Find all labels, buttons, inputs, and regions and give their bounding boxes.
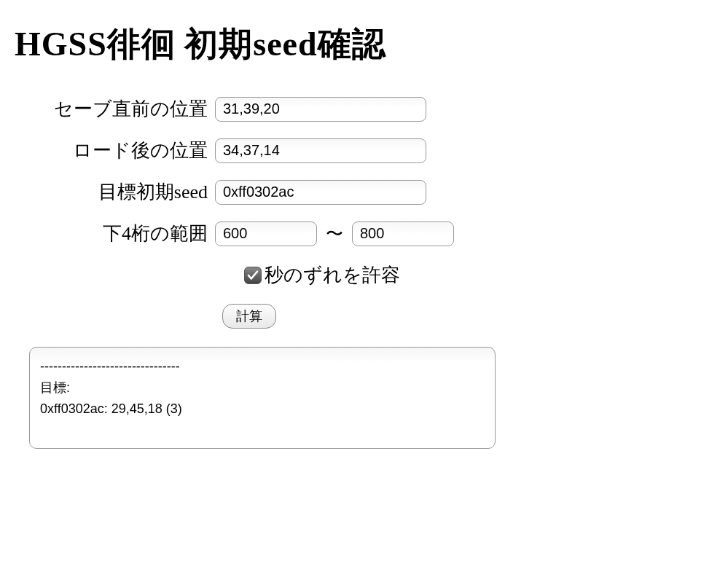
label-load-pos: ロード後の位置	[15, 138, 215, 163]
input-range-from[interactable]	[215, 221, 317, 246]
page-title: HGSS徘徊 初期seed確認	[15, 22, 713, 67]
label-range: 下4桁の範囲	[15, 221, 215, 246]
row-load-pos: ロード後の位置	[15, 138, 713, 163]
input-range-to[interactable]	[352, 221, 454, 246]
output-area[interactable]: -------------------------------- 目標: 0xf…	[29, 347, 496, 449]
input-load-pos[interactable]	[215, 138, 426, 163]
label-tolerance: 秒のずれを許容	[265, 262, 400, 288]
label-target-seed: 目標初期seed	[15, 179, 215, 205]
check-icon	[246, 269, 259, 282]
row-button: 計算	[15, 304, 713, 329]
row-save-pos: セーブ直前の位置	[15, 96, 713, 122]
row-range: 下4桁の範囲 〜	[15, 221, 713, 246]
row-tolerance: 秒のずれを許容	[15, 262, 713, 288]
calc-button[interactable]: 計算	[222, 304, 276, 329]
input-target-seed[interactable]	[215, 180, 426, 205]
input-save-pos[interactable]	[215, 97, 426, 122]
row-target-seed: 目標初期seed	[15, 179, 713, 205]
label-save-pos: セーブ直前の位置	[15, 96, 215, 122]
checkbox-tolerance[interactable]	[244, 267, 262, 284]
range-tilde: 〜	[326, 222, 343, 246]
